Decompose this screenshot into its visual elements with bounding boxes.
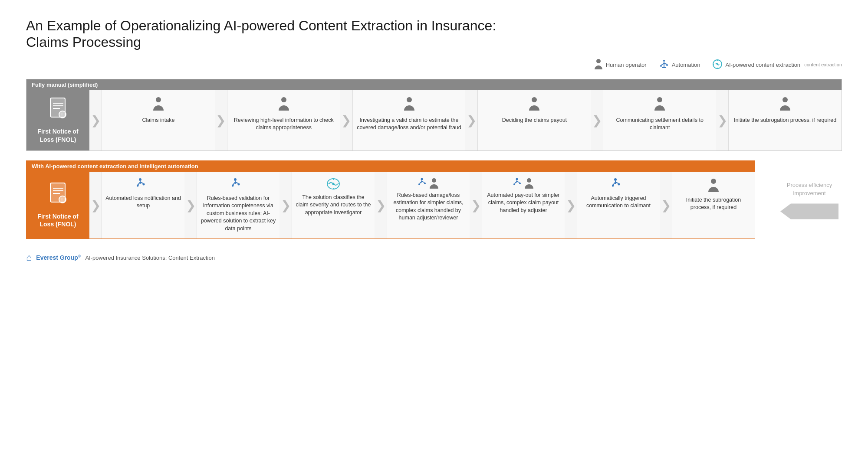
arrow-4: ❯ <box>465 90 477 150</box>
svg-point-71 <box>711 179 716 184</box>
legend-human: Human operator <box>594 59 647 71</box>
arrow-head <box>780 203 791 219</box>
auto-icon-2 <box>232 178 245 192</box>
svg-text:!: ! <box>61 112 62 117</box>
fnol-document-icon: ! <box>49 97 68 124</box>
ai-fnol-cell: ! First Notice of Loss (FNOL) <box>26 172 89 239</box>
svg-point-10 <box>717 63 718 65</box>
svg-point-63 <box>519 183 521 184</box>
svg-point-26 <box>783 97 788 102</box>
svg-point-58 <box>516 178 518 180</box>
svg-point-23 <box>407 97 412 102</box>
ai-arrow-5: ❯ <box>470 172 482 239</box>
ai-step-1-text: Automated loss notification and setup <box>105 195 181 210</box>
ai-step-7-text: Initiate the subrogation process, if req… <box>676 196 751 212</box>
ai-section-header: With AI-powered content extraction and i… <box>26 161 755 172</box>
svg-point-57 <box>432 178 436 183</box>
ai-brain-icon <box>326 178 340 191</box>
manual-process-row: ! First Notice of Loss (FNOL) ❯ Claims i… <box>26 90 842 150</box>
ai-step-4: Rules-based damage/loss estimation for s… <box>387 172 470 239</box>
manual-step-2-text: Reviewing high-level information to chec… <box>231 117 337 132</box>
arrow-body <box>791 203 838 219</box>
manual-step-4: Deciding the claims payout <box>477 90 591 150</box>
svg-line-54 <box>422 181 424 183</box>
legend: Human operator Automation <box>26 59 842 71</box>
legend-ai-label: AI-powered content extraction <box>725 62 800 68</box>
human-icon-7 <box>707 178 720 194</box>
ai-arrow-6: ❯ <box>565 172 577 239</box>
ai-step-5-text: Automated pay-out for simpler claims, co… <box>486 192 561 215</box>
footer-subtitle: AI-powered Insurance Solutions: Content … <box>85 255 214 261</box>
svg-point-65 <box>614 178 617 181</box>
manual-section-header: Fully manual (simplified) <box>26 79 842 90</box>
svg-point-38 <box>143 183 145 185</box>
human-icon-2 <box>278 96 290 114</box>
svg-point-6 <box>666 64 668 66</box>
automation-icon <box>659 59 669 71</box>
manual-section: Fully manual (simplified) ! First Notice… <box>26 79 842 151</box>
arrow-3: ❯ <box>340 90 352 150</box>
manual-step-1-text: Claims intake <box>142 117 174 124</box>
manual-step-3-text: Investigating a valid claim to estimate … <box>356 117 462 132</box>
ai-arrow-4: ❯ <box>375 172 387 239</box>
manual-step-5-text: Communicating settlement details to clai… <box>607 117 713 132</box>
manual-steps: ❯ Claims intake ❯ Reviewing high-level i… <box>89 90 842 150</box>
ai-arrow-2: ❯ <box>184 172 197 239</box>
ai-icon <box>712 59 723 71</box>
svg-point-5 <box>660 65 662 67</box>
ai-step-1: Automated loss notification and setup <box>102 172 184 239</box>
svg-line-42 <box>235 182 238 183</box>
auto-icon-3 <box>612 178 625 192</box>
arrow-6: ❯ <box>716 90 728 150</box>
efficiency-arrow <box>780 203 838 219</box>
svg-point-25 <box>657 97 662 102</box>
human-icon-6 <box>779 96 791 114</box>
ai-fnol-document-icon: ! <box>49 182 68 209</box>
manual-step-5: Communicating settlement details to clai… <box>603 90 716 150</box>
ai-steps: ❯ Automated loss notification and setup <box>89 172 755 239</box>
footer-brand: Everest Group® <box>36 254 81 261</box>
legend-human-label: Human operator <box>606 62 647 68</box>
svg-point-64 <box>527 178 531 183</box>
ai-step-7: Initiate the subrogation process, if req… <box>672 172 755 239</box>
svg-point-51 <box>421 178 423 180</box>
svg-point-55 <box>418 183 420 185</box>
legend-ai: AI-powered content extraction content ex… <box>712 59 842 71</box>
arrow-2: ❯ <box>215 90 227 150</box>
human-icon-5 <box>654 96 666 114</box>
svg-point-39 <box>234 178 237 181</box>
svg-line-36 <box>140 182 143 183</box>
ai-step-3-text: The solution classifies the claim severi… <box>296 194 371 217</box>
svg-point-0 <box>596 59 601 63</box>
svg-point-44 <box>238 183 240 185</box>
ai-arrow-3: ❯ <box>279 172 292 239</box>
manual-step-6: Initiate the subrogation process, if req… <box>728 90 842 150</box>
ai-step-3: The solution classifies the claim severi… <box>292 172 375 239</box>
svg-point-24 <box>532 97 537 102</box>
ai-process-row: ! First Notice of Loss (FNOL) ❯ <box>26 172 755 239</box>
svg-text:!: ! <box>61 197 62 202</box>
page-title: An Example of Operationalizing AI-powere… <box>26 17 842 51</box>
svg-point-21 <box>156 97 161 102</box>
svg-point-1 <box>663 60 665 62</box>
ai-section: With AI-powered content extraction and i… <box>26 160 755 239</box>
manual-fnol-label: First Notice of Loss (FNOL) <box>30 127 86 143</box>
arrow-1: ❯ <box>89 90 102 150</box>
ai-step-6: Automatically triggered communication to… <box>577 172 660 239</box>
human-operator-icon <box>594 59 603 71</box>
ai-step-2: Rules-based validation for information c… <box>197 172 279 239</box>
legend-automation-label: Automation <box>672 62 700 68</box>
arrow-5: ❯ <box>591 90 603 150</box>
manual-step-3: Investigating a valid claim to estimate … <box>352 90 466 150</box>
ai-step-4-text: Rules-based damage/loss estimation for s… <box>391 192 466 222</box>
mixed-icon-1 <box>418 178 439 189</box>
svg-point-46 <box>332 183 335 185</box>
manual-step-4-text: Deciding the claims payout <box>502 117 567 124</box>
auto-icon-1 <box>137 178 150 192</box>
svg-line-68 <box>615 182 618 183</box>
mixed-icon-2 <box>513 178 534 189</box>
manual-fnol-cell: ! First Notice of Loss (FNOL) <box>26 90 89 150</box>
svg-point-33 <box>139 178 141 181</box>
footer: ⌂ Everest Group® AI-powered Insurance So… <box>26 252 842 263</box>
svg-point-62 <box>513 183 515 185</box>
